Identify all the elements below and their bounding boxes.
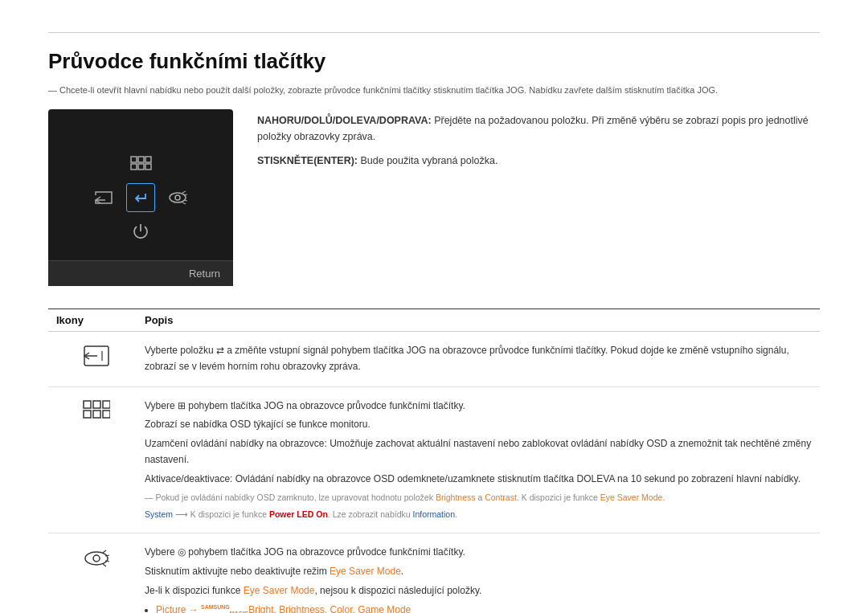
icon-table: Ikony Popis Vyberte položku ⇄ a změňte v… [48, 309, 820, 613]
power-icon-box [126, 217, 155, 246]
middle-icon-row [89, 183, 192, 212]
powerled-link: Power LED On [269, 509, 328, 519]
row-input-desc: Vyberte položku ⇄ a změňte vstupní signá… [145, 343, 820, 375]
instruction2-label: STISKNĚTE(ENTER): [257, 155, 358, 166]
row-menu-text1: Vybere ⊞ pohybem tlačítka JOG na obrazov… [145, 398, 820, 415]
table-header-icon: Ikony [48, 314, 145, 326]
instruction2-text: Bude použita vybraná položka. [360, 155, 497, 166]
svg-rect-0 [131, 157, 137, 162]
bullet-item-1: Picture → SAMSUNGMAGICBright, Brightness… [156, 603, 820, 613]
subtitle-note: ― Chcete-li otevřít hlavní nabídku nebo … [48, 85, 820, 95]
eye-bullet-list: Picture → SAMSUNGMAGICBright, Brightness… [156, 603, 820, 613]
instruction1-label: NAHORU/DOLŮ/DOLEVA/DOPRAVA: [257, 115, 432, 126]
svg-point-7 [170, 193, 186, 202]
svg-point-8 [175, 195, 180, 200]
page-title: Průvodce funkčními tlačítky [48, 49, 820, 74]
contrast-link: Contrast [485, 492, 517, 502]
brightness-link: Brightness [436, 492, 476, 502]
row-input-icon [48, 343, 145, 367]
row-eye-desc: Vybere ◎ pohybem tlačítka JOG na obrazov… [145, 545, 820, 613]
monitor-preview: Return [48, 109, 233, 286]
eyesaver-link3: Eye Saver Mode [244, 585, 315, 596]
row-menu-icon [48, 398, 145, 423]
svg-rect-2 [145, 157, 151, 162]
return-icon-box [126, 183, 155, 212]
svg-rect-17 [93, 401, 100, 408]
grid-icon [129, 155, 152, 173]
content-area: Return NAHORU/DOLŮ/DOLEVA/DOPRAVA: Přejd… [48, 109, 820, 286]
instructions-panel: NAHORU/DOLŮ/DOLEVA/DOPRAVA: Přejděte na … [257, 109, 820, 286]
picture-link: Picture → SAMSUNGMAGICBright, Brightness… [156, 604, 411, 613]
input-switch-icon [92, 189, 115, 206]
input-icon-box [89, 183, 118, 212]
svg-rect-3 [131, 164, 137, 170]
row-menu-note2: System ⟶ K dispozici je funkce Power LED… [145, 508, 820, 521]
eyesaver-link1: Eye Saver Mode [600, 492, 663, 502]
menu-row-icon [83, 400, 110, 423]
svg-line-9 [182, 191, 186, 193]
row-eye-text3: Je-li k dispozici funkce Eye Saver Mode,… [145, 583, 820, 599]
svg-line-27 [103, 564, 106, 566]
monitor-return-label: Return [48, 260, 233, 286]
row-menu-desc: Vybere ⊞ pohybem tlačítka JOG na obrazov… [145, 398, 820, 522]
eye-icon-box [163, 183, 192, 212]
row-input-text: Vyberte položku ⇄ a změňte vstupní signá… [145, 343, 820, 375]
svg-rect-5 [145, 164, 151, 170]
input-row-icon [83, 345, 110, 367]
svg-rect-4 [138, 164, 144, 170]
eye-saver-icon [166, 189, 189, 206]
information-link: Information [413, 509, 456, 519]
row-menu-text2: Zobrazí se nabídka OSD týkající se funkc… [145, 417, 820, 433]
svg-line-12 [182, 202, 186, 204]
table-row: Vybere ⊞ pohybem tlačítka JOG na obrazov… [48, 387, 820, 534]
svg-rect-16 [84, 401, 91, 408]
svg-line-24 [103, 550, 106, 553]
table-row: Vybere ◎ pohybem tlačítka JOG na obrazov… [48, 533, 820, 613]
table-header: Ikony Popis [48, 309, 820, 332]
row-eye-text2: Stisknutím aktivujte nebo deaktivujte re… [145, 564, 820, 580]
menu-icon-box [126, 149, 155, 178]
table-row: Vyberte položku ⇄ a změňte vstupní signá… [48, 332, 820, 387]
svg-rect-20 [93, 411, 100, 418]
row-eye-text1: Vybere ◎ pohybem tlačítka JOG na obrazov… [145, 545, 820, 561]
instruction1: NAHORU/DOLŮ/DOLEVA/DOPRAVA: Přejděte na … [257, 112, 820, 145]
svg-rect-21 [103, 411, 110, 418]
monitor-icons [89, 149, 192, 246]
svg-rect-1 [138, 157, 144, 162]
eye-row-icon [82, 546, 111, 570]
row-menu-note1: ― Pokud je ovládání nabídky OSD zamknuto… [145, 491, 820, 505]
svg-point-23 [93, 555, 100, 562]
svg-point-22 [85, 552, 108, 565]
eyesaver-link2: Eye Saver Mode [330, 566, 401, 577]
svg-rect-18 [103, 401, 110, 408]
return-icon [129, 189, 152, 206]
instruction2: STISKNĚTE(ENTER): Bude použita vybraná p… [257, 153, 820, 169]
system-link1: System [145, 509, 173, 519]
power-icon [130, 221, 151, 242]
row-menu-text4: Aktivace/deaktivace: Ovládání nabídky na… [145, 472, 820, 488]
table-header-desc: Popis [145, 314, 820, 326]
svg-rect-19 [84, 411, 91, 418]
row-eye-icon [48, 545, 145, 570]
row-menu-text3: Uzamčení ovládání nabídky na obrazovce: … [145, 436, 820, 468]
